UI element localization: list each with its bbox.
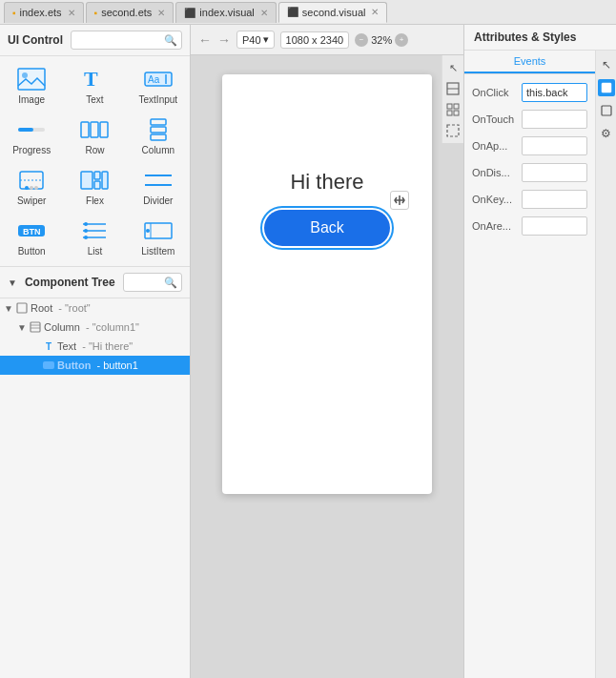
event-ontouch-value[interactable]	[522, 110, 587, 129]
component-divider[interactable]: Divider	[127, 161, 190, 212]
event-onare-value[interactable]	[522, 216, 587, 236]
event-onap-value[interactable]	[522, 136, 587, 155]
move-handle[interactable]	[390, 191, 409, 210]
tab-index-visual[interactable]: ⬛ index.visual ✕	[175, 2, 276, 23]
tab-second-visual[interactable]: ⬛ second.visual ✕	[278, 2, 388, 23]
zoom-decrease-btn[interactable]: −	[355, 33, 368, 47]
canvas-area[interactable]: Hi there Back	[191, 55, 463, 678]
event-onkey-label: OnKey...	[472, 194, 518, 205]
zoom-increase-btn[interactable]: +	[395, 33, 408, 47]
tab-events[interactable]: Events	[464, 51, 595, 73]
svg-rect-36	[17, 303, 27, 313]
tree-item-column[interactable]: ▼ Column - "column1"	[0, 318, 190, 337]
resolution-display[interactable]: 1080 x 2340	[280, 31, 350, 49]
event-onap-label: OnAp...	[472, 140, 518, 152]
side-icon-attributes[interactable]	[598, 79, 615, 96]
search-icon: 🔍	[164, 34, 177, 47]
component-image[interactable]: Image	[0, 60, 63, 111]
canvas-grid-icon[interactable]	[444, 101, 462, 118]
svg-rect-37	[31, 322, 40, 332]
event-row-ontouch: OnTouch	[472, 107, 587, 132]
device-selector[interactable]: P40 ▾	[236, 31, 275, 49]
tab-index-ets[interactable]: ▪ index.ets ✕	[4, 2, 84, 23]
tab-second-ets[interactable]: ▪ second.ets ✕	[86, 2, 175, 23]
tree-node-name: - "Hi there"	[82, 340, 133, 352]
svg-rect-40	[43, 361, 54, 369]
text-icon: T	[79, 66, 110, 92]
forward-nav-icon[interactable]: →	[217, 32, 231, 48]
svg-point-17	[30, 186, 33, 190]
canvas-resize-icon[interactable]	[444, 122, 462, 139]
tree-expand-icon[interactable]: ▼	[8, 277, 17, 288]
swiper-icon	[16, 167, 47, 194]
component-swiper-label: Swiper	[17, 195, 47, 206]
side-icon-bar: ↖ ⚙	[595, 51, 616, 678]
svg-point-30	[84, 222, 88, 226]
ui-control-title: UI Control	[8, 33, 63, 47]
event-row-onclick: OnClick this.back	[472, 80, 587, 105]
tab-close-icon[interactable]: ✕	[371, 7, 379, 17]
image-icon	[16, 66, 47, 92]
component-tree-title: Component Tree	[25, 276, 115, 289]
tab-close-icon[interactable]: ✕	[260, 8, 268, 18]
component-button[interactable]: BTN Button	[0, 212, 63, 262]
component-flex-label: Flex	[86, 195, 104, 206]
tree-item-button[interactable]: Button - button1	[0, 356, 190, 375]
right-panel-tabs: Events	[464, 51, 595, 74]
tree-node-name: - "column1"	[86, 321, 139, 333]
textinput-icon: Aa	[143, 66, 174, 92]
right-panel: Attributes & Styles Events OnClick this.…	[463, 25, 616, 678]
side-icon-layout[interactable]	[598, 102, 615, 119]
component-flex[interactable]: Flex	[63, 161, 126, 212]
left-panel: UI Control 🔍 Image	[0, 25, 191, 678]
component-list-label: List	[88, 246, 103, 257]
event-onclick-label: OnClick	[472, 87, 518, 98]
tree-item-root[interactable]: ▼ Root - "root"	[0, 298, 190, 318]
tree-item-text[interactable]: T Text - "Hi there"	[0, 337, 190, 356]
component-listitem[interactable]: ListItem	[127, 212, 190, 262]
svg-rect-44	[454, 104, 459, 109]
component-swiper[interactable]: Swiper	[0, 161, 63, 212]
component-tree-header: ▼ Component Tree 🔍	[0, 267, 190, 298]
tab-label: index.visual	[199, 7, 254, 18]
tree-node-type: Column	[44, 321, 80, 333]
svg-rect-20	[94, 172, 100, 179]
tab-bar: ▪ index.ets ✕ ▪ second.ets ✕ ⬛ index.vis…	[0, 0, 616, 25]
canvas-layout-icon[interactable]	[444, 80, 462, 97]
svg-text:BTN: BTN	[23, 227, 41, 236]
component-textinput[interactable]: Aa TextInput	[127, 60, 190, 111]
tree-node-name: - "root"	[58, 302, 90, 314]
component-text[interactable]: T Text	[63, 60, 126, 111]
component-row[interactable]: Row	[63, 111, 126, 161]
event-onare-label: OnAre...	[472, 220, 518, 232]
canvas-side-icons: ↖	[441, 55, 463, 143]
svg-rect-10	[100, 122, 108, 137]
component-column-label: Column	[142, 145, 175, 155]
phone-frame: Hi there Back	[222, 74, 432, 494]
canvas-pointer-icon[interactable]: ↖	[444, 59, 462, 76]
canvas-back-button[interactable]: Back	[264, 210, 390, 246]
event-onclick-value[interactable]: this.back	[522, 83, 587, 102]
component-progress[interactable]: Progress	[0, 111, 63, 161]
tree-search[interactable]: 🔍	[123, 273, 182, 292]
svg-point-35	[146, 229, 150, 233]
tree-text-icon: T	[42, 339, 55, 353]
component-list[interactable]: List	[63, 212, 126, 262]
ui-control-search[interactable]: 🔍	[71, 31, 182, 50]
back-nav-icon[interactable]: ←	[198, 32, 212, 48]
component-column[interactable]: Column	[127, 111, 190, 161]
event-onkey-value[interactable]	[522, 190, 587, 209]
tree-content: ▼ Root - "root" ▼	[0, 298, 190, 678]
side-icon-gear[interactable]: ⚙	[598, 125, 615, 142]
side-icon-cursor[interactable]: ↖	[598, 56, 615, 73]
event-ondis-value[interactable]	[522, 163, 587, 182]
chevron-down-icon: ▾	[263, 33, 269, 46]
tab-close-icon[interactable]: ✕	[157, 8, 165, 18]
column-icon	[143, 116, 174, 143]
events-content: OnClick this.back OnTouch OnAp...	[464, 74, 595, 244]
tab-close-icon[interactable]: ✕	[68, 8, 75, 18]
svg-text:Aa: Aa	[148, 74, 160, 85]
event-row-ondis: OnDis...	[472, 160, 587, 185]
divider-icon	[143, 167, 174, 194]
event-row-onare: OnAre...	[472, 214, 587, 238]
